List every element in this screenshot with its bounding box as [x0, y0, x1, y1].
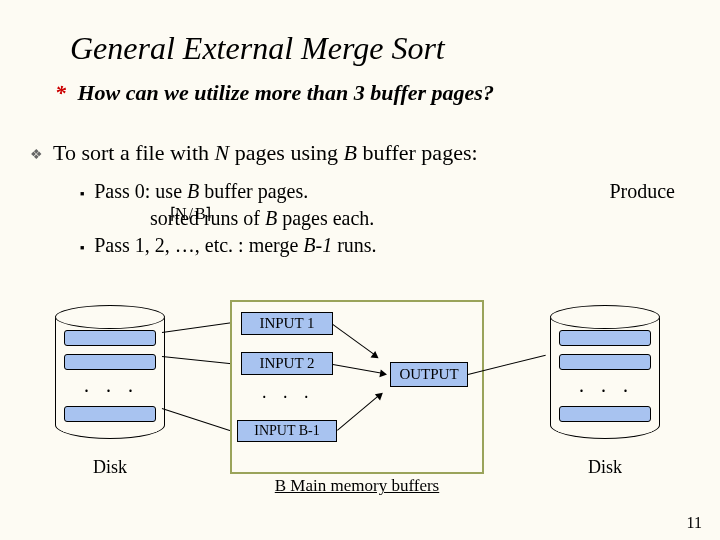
- ellipsis-dots: . . .: [579, 374, 634, 397]
- merge-diagram: . . . Disk INPUT 1 INPUT 2 . . . INPUT B…: [40, 300, 680, 510]
- sub-bullet-pass-rest: ■ Pass 1, 2, …, etc. : merge B-1 runs.: [80, 234, 680, 257]
- memory-caption: B Main memory buffers: [232, 476, 482, 496]
- right-disk-cylinder: . . . Disk: [550, 305, 660, 478]
- main-bullet-text: To sort a file with N pages using B buff…: [53, 140, 478, 166]
- produce-label: Produce: [609, 180, 675, 203]
- asterisk-icon: *: [55, 80, 66, 105]
- right-disk-label: Disk: [550, 457, 660, 478]
- left-disk-cylinder: . . . Disk: [55, 305, 165, 478]
- input-b-slot: INPUT B-1: [237, 420, 337, 442]
- sub-bullet-pass0: ■ Pass 0: use B buffer pages. Produce: [80, 180, 680, 203]
- question-text: How can we utilize more than 3 buffer pa…: [78, 80, 494, 105]
- input-1-slot: INPUT 1: [241, 312, 333, 335]
- ellipsis-dots: . . .: [84, 374, 139, 397]
- sub-bullet-pass0-line2: ⌈N / B⌉ sorted runs of B pages each.: [150, 207, 680, 230]
- ceil-expression: ⌈N / B⌉: [170, 204, 210, 223]
- page-number: 11: [687, 514, 702, 532]
- sub-bullet-list: ■ Pass 0: use B buffer pages. Produce ⌈N…: [80, 180, 680, 261]
- diamond-bullet-icon: ❖: [30, 146, 43, 163]
- input-2-slot: INPUT 2: [241, 352, 333, 375]
- memory-box: INPUT 1 INPUT 2 . . . INPUT B-1 OUTPUT B…: [230, 300, 484, 474]
- ellipsis-dots: . . .: [262, 382, 315, 403]
- output-slot: OUTPUT: [390, 362, 468, 387]
- square-bullet-icon: ■: [80, 190, 84, 198]
- main-bullet: ❖ To sort a file with N pages using B bu…: [30, 140, 478, 166]
- square-bullet-icon: ■: [80, 244, 84, 252]
- slide-title: General External Merge Sort: [70, 30, 445, 67]
- question-line: * How can we utilize more than 3 buffer …: [55, 80, 494, 106]
- left-disk-label: Disk: [55, 457, 165, 478]
